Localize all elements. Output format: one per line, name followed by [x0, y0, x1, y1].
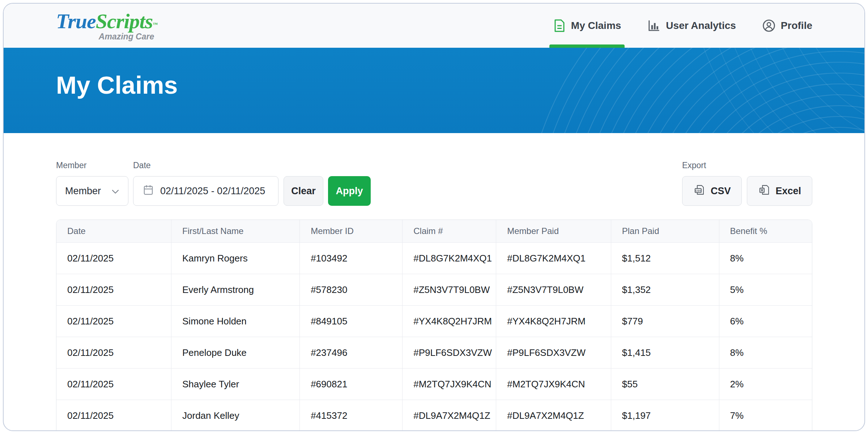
cell-member-id: #690821 [300, 369, 403, 400]
clear-button[interactable]: Clear [284, 176, 323, 206]
cell-name: Kamryn Rogers [171, 243, 300, 274]
brand-wordmark: TrueScripts™ [56, 11, 158, 32]
table-header-row: Date First/Last Name Member ID Claim # M… [56, 220, 812, 243]
cell-claim: #Z5N3V7T9L0BW [403, 274, 496, 306]
csv-file-icon: CSV [693, 184, 706, 199]
apply-button[interactable]: Apply [328, 176, 371, 206]
cell-claim: #DL8G7K2M4XQ1 [403, 243, 496, 274]
cell-date: 02/11/2025 [56, 274, 171, 306]
column-header-member-paid: Member Paid [496, 220, 611, 243]
cell-name: Simone Holden [171, 306, 300, 337]
cell-member-id: #237496 [300, 337, 403, 369]
chevron-down-icon [111, 186, 119, 197]
table-row: 02/11/2025 Penelope Duke #237496 #P9LF6S… [56, 337, 812, 369]
cell-member-id: #578230 [300, 274, 403, 306]
app-window: TrueScripts™ Amazing Care My Claims [3, 3, 865, 431]
nav-tab-my-claims[interactable]: My Claims [553, 4, 621, 48]
cell-claim: #P9LF6SDX3VZW [403, 337, 496, 369]
export-excel-label: Excel [775, 186, 801, 197]
nav-label: User Analytics [666, 20, 736, 31]
active-tab-indicator [549, 44, 625, 48]
cell-plan-paid: $779 [611, 306, 719, 337]
cell-name: Shaylee Tyler [171, 369, 300, 400]
member-select-value: Member [65, 186, 101, 197]
main-nav: My Claims User Analytics [553, 4, 812, 48]
nav-tab-user-analytics[interactable]: User Analytics [647, 4, 736, 48]
table-row: 02/11/2025 Kamryn Rogers #103492 #DL8G7K… [56, 243, 812, 274]
bar-chart-icon [647, 19, 661, 33]
cell-name: Penelope Duke [171, 337, 300, 369]
cell-member-paid: #DL9A7X2M4Q1Z [496, 400, 611, 431]
cell-plan-paid: $1,197 [611, 400, 719, 431]
cell-plan-paid: $1,415 [611, 337, 719, 369]
cell-member-paid: #YX4K8Q2H7JRM [496, 306, 611, 337]
nav-tab-profile[interactable]: Profile [762, 4, 812, 48]
brand-logo: TrueScripts™ Amazing Care [56, 11, 158, 41]
document-icon [553, 18, 566, 33]
cell-date: 02/11/2025 [56, 306, 171, 337]
cell-name: Jordan Kelley [171, 400, 300, 431]
cell-benefit: 8% [719, 337, 812, 369]
column-header-member-id: Member ID [300, 220, 403, 243]
calendar-icon [143, 184, 154, 198]
cell-plan-paid: $1,352 [611, 274, 719, 306]
table-row: 02/11/2025 Everly Armstrong #578230 #Z5N… [56, 274, 812, 306]
trademark-symbol: ™ [153, 22, 158, 27]
column-header-claim: Claim # [403, 220, 496, 243]
cell-name: Everly Armstrong [171, 274, 300, 306]
cell-plan-paid: $55 [611, 369, 719, 400]
date-range-value: 02/11/2025 - 02/11/2025 [160, 186, 265, 197]
cell-member-id: #415372 [300, 400, 403, 431]
cell-claim: #YX4K8Q2H7JRM [403, 306, 496, 337]
table-row: 02/11/2025 Shaylee Tyler #690821 #M2TQ7J… [56, 369, 812, 400]
column-header-name: First/Last Name [171, 220, 300, 243]
date-range-input[interactable]: 02/11/2025 - 02/11/2025 [133, 176, 278, 206]
svg-text:CSV: CSV [695, 189, 701, 192]
export-csv-label: CSV [711, 186, 731, 197]
export-label: Export [682, 161, 706, 170]
filters-toolbar: Member Member Date [56, 161, 812, 206]
page-title: My Claims [56, 71, 178, 99]
export-excel-button[interactable]: Excel [747, 176, 812, 206]
table-row: 02/11/2025 Simone Holden #849105 #YX4K8Q… [56, 306, 812, 337]
export-csv-button[interactable]: CSV CSV [682, 176, 742, 206]
cell-date: 02/11/2025 [56, 337, 171, 369]
column-header-benefit: Benefit % [719, 220, 812, 243]
top-header: TrueScripts™ Amazing Care My Claims [4, 4, 864, 48]
brand-tagline: Amazing Care [56, 33, 158, 41]
cell-benefit: 8% [719, 243, 812, 274]
page-banner: My Claims [4, 48, 864, 133]
cell-member-paid: #P9LF6SDX3VZW [496, 337, 611, 369]
cell-member-id: #103492 [300, 243, 403, 274]
excel-file-icon [758, 184, 770, 199]
cell-member-paid: #Z5N3V7T9L0BW [496, 274, 611, 306]
nav-label: Profile [781, 20, 812, 31]
column-header-plan-paid: Plan Paid [611, 220, 719, 243]
cell-member-paid: #M2TQ7JX9K4CN [496, 369, 611, 400]
export-group: Export CSV CSV [682, 161, 812, 206]
table-row: 02/11/2025 Jordan Kelley #415372 #DL9A7X… [56, 400, 812, 431]
date-filter-label: Date [133, 161, 278, 170]
member-select[interactable]: Member [56, 176, 128, 206]
cell-plan-paid: $1,512 [611, 243, 719, 274]
cell-date: 02/11/2025 [56, 243, 171, 274]
cell-member-id: #849105 [300, 306, 403, 337]
member-filter-label: Member [56, 161, 128, 170]
cell-date: 02/11/2025 [56, 369, 171, 400]
cell-benefit: 2% [719, 369, 812, 400]
user-circle-icon [762, 19, 776, 33]
cell-benefit: 5% [719, 274, 812, 306]
cell-date: 02/11/2025 [56, 400, 171, 431]
cell-benefit: 6% [719, 306, 812, 337]
cell-claim: #DL9A7X2M4Q1Z [403, 400, 496, 431]
claims-table: Date First/Last Name Member ID Claim # M… [56, 220, 812, 431]
cell-benefit: 7% [719, 400, 812, 431]
cell-member-paid: #DL8G7K2M4XQ1 [496, 243, 611, 274]
cell-claim: #M2TQ7JX9K4CN [403, 369, 496, 400]
nav-label: My Claims [571, 20, 621, 31]
column-header-date: Date [56, 220, 171, 243]
brand-scripts: Scripts [96, 9, 153, 33]
filter-group: Member Member Date [56, 161, 371, 206]
brand-true: True [56, 9, 96, 33]
